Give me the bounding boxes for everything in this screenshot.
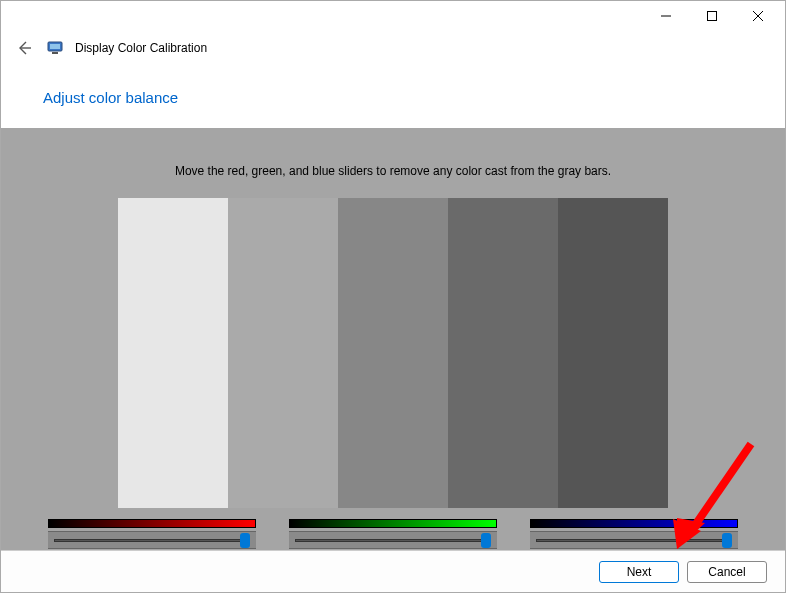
green-gradient: [289, 519, 497, 528]
red-slider[interactable]: [48, 519, 256, 549]
blue-gradient: [530, 519, 738, 528]
green-slider-thumb[interactable]: [481, 533, 491, 548]
red-gradient: [48, 519, 256, 528]
next-button[interactable]: Next: [599, 561, 679, 583]
blue-slider-thumb[interactable]: [722, 533, 732, 548]
svg-rect-1: [708, 12, 717, 21]
gray-bar: [228, 198, 338, 508]
maximize-button[interactable]: [689, 1, 735, 31]
instruction-text: Move the red, green, and blue sliders to…: [1, 164, 785, 178]
green-slider[interactable]: [289, 519, 497, 549]
window-title: Display Color Calibration: [75, 41, 207, 55]
page-title: Adjust color balance: [1, 65, 785, 128]
cancel-button[interactable]: Cancel: [687, 561, 767, 583]
red-slider-thumb[interactable]: [240, 533, 250, 548]
minimize-icon: [661, 11, 671, 21]
monitor-icon: [47, 40, 63, 56]
gray-bar: [118, 198, 228, 508]
back-arrow-icon: [16, 40, 32, 56]
gray-bar: [558, 198, 668, 508]
blue-slider[interactable]: [530, 519, 738, 549]
close-button[interactable]: [735, 1, 781, 31]
close-icon: [753, 11, 763, 21]
gray-bar: [338, 198, 448, 508]
gray-bar: [448, 198, 558, 508]
minimize-button[interactable]: [643, 1, 689, 31]
maximize-icon: [707, 11, 717, 21]
svg-rect-6: [50, 44, 60, 49]
back-button[interactable]: [13, 37, 35, 59]
gray-bars-display: [118, 198, 668, 508]
svg-rect-7: [52, 52, 58, 54]
